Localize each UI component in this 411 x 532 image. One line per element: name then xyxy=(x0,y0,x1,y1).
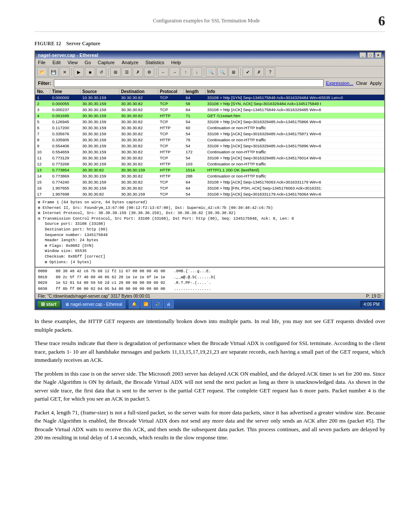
pkt-no: 15 xyxy=(35,179,50,185)
pkt-info: Continuation or non-HTTP traffic xyxy=(206,149,384,155)
toolbar-up[interactable]: ↑ xyxy=(181,67,191,77)
taskbar-item-3[interactable]: 🔊 xyxy=(152,300,163,308)
start-button[interactable]: ⊞ start xyxy=(37,301,60,308)
hex-line: 0010 00 2c 5f 77 40 00 40 06 62 28 1e 1e… xyxy=(38,275,382,281)
pkt-info: 33108 > http [ACK] Seq=3016331179 Ack=13… xyxy=(206,191,384,197)
detail-src-port: Source port: 33108 (33108) xyxy=(38,221,382,227)
packet-row[interactable]: 4 0.001695 30.30.30.159 30.30.30.82 HTTP… xyxy=(35,113,384,119)
toolbar-stop[interactable]: ■ xyxy=(85,67,95,77)
menu-capture[interactable]: Capture xyxy=(97,59,115,65)
close-button[interactable]: × xyxy=(375,52,382,58)
pkt-src: 30.30.30.159 xyxy=(81,161,119,167)
apply-button[interactable]: Apply xyxy=(370,81,382,86)
menu-file[interactable]: File xyxy=(37,59,47,65)
packet-row[interactable]: 3 0.000237 30.30.30.159 30.30.30.82 TCP … xyxy=(35,107,384,113)
toolbar-unmark[interactable]: ✗ xyxy=(254,67,264,77)
hex-panel: 0000 00 30 48 42 c6 7b 60 12 f2 11 67 00… xyxy=(35,267,384,293)
toolbar-zoom-out[interactable]: 🔍 xyxy=(217,67,227,77)
pkt-proto: HTTP xyxy=(158,161,184,167)
pkt-len: 64 xyxy=(184,185,206,191)
detail-window: Window size: 65535 xyxy=(38,249,382,254)
packet-row[interactable]: 8 0.335905 30.30.30.159 30.30.30.82 HTTP… xyxy=(35,137,384,143)
pkt-dst: 30.30.30.82 xyxy=(119,125,158,131)
packet-row[interactable]: 6 0.117200 30.30.30.159 30.30.30.82 HTTP… xyxy=(35,125,384,131)
pkt-no: 6 xyxy=(35,125,50,131)
toolbar-filter1[interactable]: ⊞ xyxy=(110,67,121,77)
toolbar-filter2[interactable]: ☰ xyxy=(121,67,132,77)
packet-row[interactable]: 1 0.000000 10.30.30.159 30.30.30.82 TCP … xyxy=(35,95,384,101)
start-label: start xyxy=(46,302,56,307)
toolbar-save[interactable]: 💾 xyxy=(48,67,59,77)
toolbar-zoom-in[interactable]: 🔍 xyxy=(206,67,216,77)
menu-help[interactable]: Help xyxy=(170,59,182,65)
expression-button[interactable]: Expression... xyxy=(326,81,354,86)
toolbar-prev[interactable]: ← xyxy=(158,67,168,77)
toolbar-dn[interactable]: ↓ xyxy=(192,67,202,77)
maximize-button[interactable]: □ xyxy=(367,52,374,58)
packet-row[interactable]: 14 0.773869 30.30.30.159 30.30.30.82 HTT… xyxy=(35,173,384,179)
menubar: File Edit View Go Capture Analyze Statis… xyxy=(35,59,384,66)
pkt-proto: TCP xyxy=(158,191,184,197)
packet-row[interactable]: 10 0.554659 30.30.30.159 30.30.30.82 HTT… xyxy=(35,149,384,155)
pkt-no: 1 xyxy=(35,95,50,100)
packet-row[interactable]: 12 0.773268 30.30.30.159 30.30.30.82 HTT… xyxy=(35,161,384,167)
menu-statistics[interactable]: Statistics xyxy=(144,59,165,65)
menu-analyze[interactable]: Analyze xyxy=(121,59,139,65)
pkt-len: 71 xyxy=(184,113,206,118)
minimize-button[interactable]: _ xyxy=(359,52,366,58)
detail-options[interactable]: Options: (4 bytes) xyxy=(38,260,382,265)
packet-row[interactable]: 2 0.000055 30.30.30.159 30.30.30.82 TCP … xyxy=(35,101,384,107)
pkt-dst: 30.30.30.82 xyxy=(119,131,158,137)
toolbar-mark[interactable]: ✔ xyxy=(243,67,253,77)
pkt-no: 11 xyxy=(35,155,50,161)
toolbar-x[interactable]: ✗ xyxy=(133,67,143,77)
toolbar-settings[interactable]: ⚙ xyxy=(144,67,154,77)
pkt-len: 54 xyxy=(184,191,206,197)
page: Configuration examples for SSL Terminati… xyxy=(0,0,411,532)
pkt-dst: 30.30.30.82 xyxy=(119,143,158,149)
toolbar-open[interactable]: 📂 xyxy=(37,67,47,77)
menu-view[interactable]: View xyxy=(67,59,79,65)
taskbar-item-4[interactable]: 🖨 xyxy=(164,300,174,308)
pkt-time: 0.335905 xyxy=(50,137,81,143)
pkt-dst: 30.30.30.159 xyxy=(119,167,158,173)
taskbar-clock: 4:06 PM xyxy=(361,301,383,308)
clear-button[interactable]: Clear xyxy=(356,81,367,86)
toolbar-next[interactable]: → xyxy=(169,67,180,77)
detail-ethernet[interactable]: Ethernet II, Src: Foundrym_13:67:00 (00:… xyxy=(38,205,382,211)
hex-ascii: .,_w@.@.b(......b( xyxy=(174,275,215,281)
toolbar-fit[interactable]: ⊞ xyxy=(228,67,239,77)
filter-input[interactable] xyxy=(54,79,324,87)
pkt-len: 64 xyxy=(184,179,206,185)
pkt-len: 64 xyxy=(184,95,206,100)
taskbar-item-1[interactable]: 🔔 xyxy=(129,300,140,308)
toolbar-close[interactable]: ✕ xyxy=(59,67,70,77)
packet-row[interactable]: 16 1.907655 30.30.30.159 30.30.30.82 TCP… xyxy=(35,185,384,191)
packet-row[interactable]: 17 1.907698 30.30.30.82 30.30.30.159 TCP… xyxy=(35,191,384,197)
pkt-time: 0.773854 xyxy=(50,167,81,173)
packet-row[interactable]: 11 0.773129 30.30.30.159 30.30.30.82 TCP… xyxy=(35,155,384,161)
packet-row[interactable]: 15 0.774240 30.30.30.159 30.30.30.82 TCP… xyxy=(35,179,384,185)
toolbar-help2[interactable]: ? xyxy=(265,67,275,77)
detail-flags[interactable]: Flags: 0x0002 (SYN) xyxy=(38,243,382,249)
pkt-src: 30.30.30.82 xyxy=(81,191,119,197)
toolbar-restart[interactable]: ↺ xyxy=(96,67,106,77)
pkt-info: GET /11sstart.htm xyxy=(206,113,384,118)
pkt-time: 0.126945 xyxy=(50,119,81,124)
pkt-info: 33108 > http [ACK] Seq=3016329485 Ack=13… xyxy=(206,155,384,161)
taskbar-wireshark[interactable]: 🖥 nagel-server.cap - Ethereal xyxy=(62,300,125,308)
packet-row[interactable]: 9 0.554406 30.30.30.159 30.30.30.82 TCP … xyxy=(35,143,384,149)
pkt-dst: 30.30.30.82 xyxy=(119,161,158,167)
statusbar-file: File: "C:/downloads/nagel-server.cap" 33… xyxy=(38,294,150,299)
toolbar-sep1 xyxy=(72,68,72,76)
detail-ip[interactable]: Internet Protocol, Src: 30.30.30.159 (30… xyxy=(38,211,382,216)
packet-row[interactable]: 7 0.335676 30.30.30.159 30.30.30.82 TCP … xyxy=(35,131,384,137)
toolbar-start[interactable]: ▶ xyxy=(74,67,84,77)
packet-row[interactable]: 5 0.126945 30.30.30.159 30.30.30.82 TCP … xyxy=(35,119,384,125)
packet-row[interactable]: 13 0.773854 30.30.30.82 30.30.30.159 HTT… xyxy=(35,167,384,173)
taskbar-item-2[interactable]: 📶 xyxy=(140,300,151,308)
menu-edit[interactable]: Edit xyxy=(52,59,62,65)
detail-frame[interactable]: Frame 1 (64 bytes on wire, 64 bytes capt… xyxy=(38,200,382,205)
menu-go[interactable]: Go xyxy=(84,59,92,65)
detail-tcp[interactable]: Transmission Control Protocol, Src Port:… xyxy=(38,216,382,222)
